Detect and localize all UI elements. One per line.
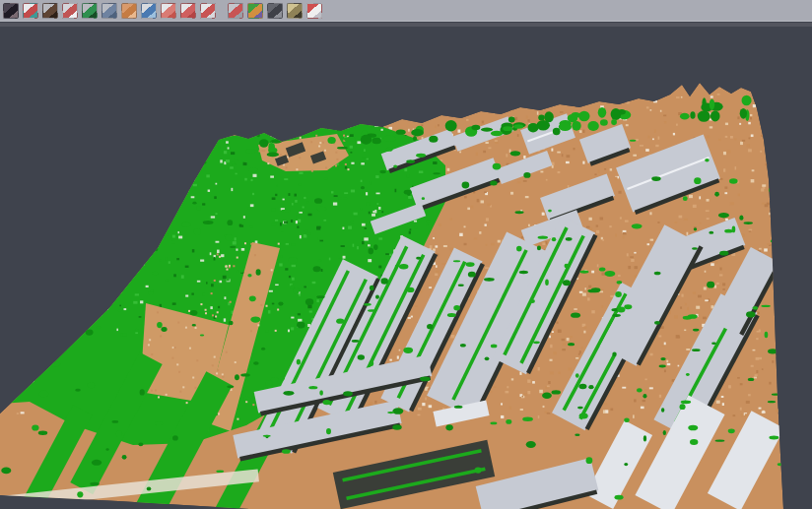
sparse-points-icon[interactable]	[62, 3, 78, 19]
terrain-mesh	[0, 83, 791, 509]
orthophoto-icon[interactable]	[121, 3, 137, 19]
align-points-icon[interactable]	[23, 3, 38, 19]
terrain-green-icon[interactable]	[82, 3, 98, 19]
crop-region-icon[interactable]	[200, 3, 216, 19]
sphere-view-icon[interactable]	[267, 3, 283, 19]
scene-svg	[0, 27, 812, 509]
terrain-brown-icon[interactable]	[42, 3, 58, 19]
measure-icon[interactable]	[287, 3, 303, 19]
flag-marker-icon[interactable]	[306, 3, 322, 19]
bounding-box-icon[interactable]	[228, 3, 243, 19]
toolbar	[0, 0, 812, 22]
circle-select-icon[interactable]	[180, 3, 196, 19]
globe-icon[interactable]	[141, 3, 157, 19]
texture-view-icon[interactable]	[3, 3, 19, 19]
3d-viewport[interactable]	[0, 27, 812, 509]
classification-icon[interactable]	[247, 3, 263, 19]
volume-column-icon[interactable]	[102, 3, 117, 19]
layer-list-icon[interactable]	[161, 3, 176, 19]
